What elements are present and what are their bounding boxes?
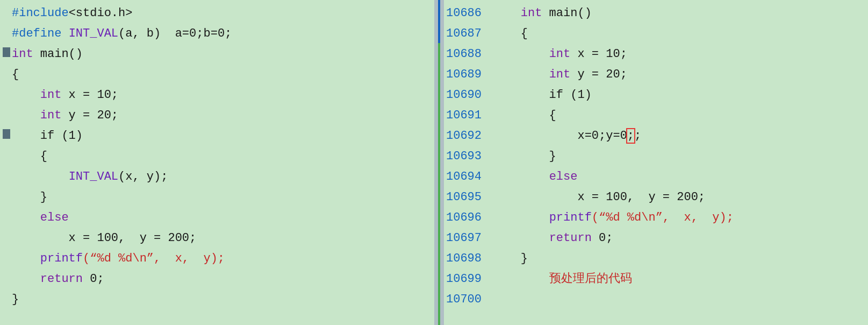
divider-blue-line xyxy=(438,0,440,43)
code-content: { xyxy=(12,66,434,84)
code-content: } xyxy=(12,291,434,309)
code-token: x=0;y=0 xyxy=(492,129,627,143)
code-token: int xyxy=(549,68,571,81)
code-token: x = 10; xyxy=(61,88,118,102)
code-content: printf(“%d %d\n”, x, y); xyxy=(492,209,868,227)
left-code-line: { xyxy=(0,147,434,168)
left-code-line: printf(“%d %d\n”, x, y); xyxy=(0,250,434,270)
code-token: } xyxy=(492,150,556,163)
code-token: if (1) xyxy=(12,129,83,143)
left-code-line: int y = 20; xyxy=(0,107,434,127)
line-number: 10688 xyxy=(444,45,492,63)
code-content: #include<stdio.h> xyxy=(12,4,434,23)
code-token: int xyxy=(40,88,62,102)
code-token: INT_VAL xyxy=(69,27,118,40)
left-code-line: return 0; xyxy=(0,270,434,291)
code-token: ; xyxy=(634,129,641,143)
left-code-line: else xyxy=(0,209,434,229)
left-code-panel: #include<stdio.h>#define INT_VAL(a, b) a… xyxy=(0,0,434,325)
code-token: #define xyxy=(12,27,69,40)
right-code-line: 10692 x=0;y=0;; xyxy=(444,127,868,147)
line-number: 10696 xyxy=(444,209,492,227)
code-content: INT_VAL(x, y); xyxy=(12,168,434,186)
code-content: #define INT_VAL(a, b) a=0;b=0; xyxy=(12,25,434,43)
right-code-line: 10694 else xyxy=(444,168,868,188)
code-content: { xyxy=(492,25,868,43)
left-code-line: } xyxy=(0,188,434,209)
code-token: int xyxy=(12,47,33,61)
code-token: int xyxy=(549,47,571,61)
left-code-line: INT_VAL(x, y); xyxy=(0,168,434,188)
code-token: return xyxy=(549,231,592,245)
code-content: if (1) xyxy=(12,127,434,145)
code-token: } xyxy=(492,252,528,265)
code-content: 预处理后的代码 xyxy=(492,270,868,288)
left-line-marker xyxy=(1,129,12,139)
code-content: if (1) xyxy=(492,86,868,104)
line-number: 10700 xyxy=(444,291,492,309)
line-number: 10698 xyxy=(444,250,492,268)
left-code-line: int main() xyxy=(0,45,434,66)
code-content: } xyxy=(492,147,868,166)
code-content: x = 100, y = 200; xyxy=(492,188,868,207)
code-content: else xyxy=(492,168,868,186)
panel-divider xyxy=(434,0,444,325)
code-token xyxy=(492,6,521,20)
right-code-line: 10698 } xyxy=(444,250,868,270)
code-token: x = 100, y = 200; xyxy=(492,190,705,204)
code-token: y = 20; xyxy=(570,68,627,81)
right-code-panel: 10686 int main()10687 {10688 int x = 10;… xyxy=(444,0,868,325)
code-token xyxy=(492,47,549,61)
line-number: 10687 xyxy=(444,25,492,43)
line-number: 10690 xyxy=(444,86,492,104)
code-token xyxy=(12,211,40,224)
left-code-line: { xyxy=(0,66,434,86)
code-token: INT_VAL xyxy=(69,170,118,183)
code-token: int xyxy=(40,109,62,122)
left-code-line: } xyxy=(0,291,434,311)
code-token xyxy=(12,252,40,265)
code-token: y = 20; xyxy=(61,109,118,122)
code-content: int x = 10; xyxy=(492,45,868,63)
code-token: 0; xyxy=(592,231,613,245)
cursor-position: ; xyxy=(627,129,634,143)
code-token xyxy=(12,170,69,183)
line-number: 10697 xyxy=(444,229,492,248)
breakpoint-indicator xyxy=(3,47,10,57)
code-token: return xyxy=(40,272,83,286)
code-token: if (1) xyxy=(492,88,592,102)
code-token: printf xyxy=(40,252,83,265)
code-token xyxy=(492,211,549,224)
code-token: printf xyxy=(549,211,592,224)
code-token xyxy=(12,88,40,102)
code-token: } xyxy=(12,293,19,306)
code-token: #include xyxy=(12,6,69,20)
code-token xyxy=(12,109,40,122)
code-token xyxy=(492,170,549,183)
right-code-line: 10700 xyxy=(444,291,868,311)
code-token: main() xyxy=(33,47,83,61)
left-code-line: #define INT_VAL(a, b) a=0;b=0; xyxy=(0,25,434,45)
code-content: int main() xyxy=(12,45,434,63)
right-code-line: 10697 return 0; xyxy=(444,229,868,250)
left-code-line: int x = 10; xyxy=(0,86,434,107)
code-token: (“%d %d\n”, x, y); xyxy=(592,211,734,224)
right-code-line: 10687 { xyxy=(444,25,868,45)
code-token xyxy=(492,68,549,81)
line-number: 10699 xyxy=(444,270,492,288)
code-token: 预处理后的代码 xyxy=(549,272,632,286)
right-code-line: 10696 printf(“%d %d\n”, x, y); xyxy=(444,209,868,229)
code-content: { xyxy=(12,147,434,166)
code-content: } xyxy=(12,188,434,207)
line-number: 10691 xyxy=(444,107,492,125)
code-token: { xyxy=(12,150,47,163)
right-code-line: 10695 x = 100, y = 200; xyxy=(444,188,868,209)
left-code-line: #include<stdio.h> xyxy=(0,4,434,25)
line-number: 10686 xyxy=(444,4,492,23)
code-token: { xyxy=(492,109,556,122)
code-content: { xyxy=(492,107,868,125)
code-content: return 0; xyxy=(492,229,868,248)
right-code-line: 10699 预处理后的代码 xyxy=(444,270,868,291)
divider-green-line xyxy=(438,43,440,325)
left-code-line: x = 100, y = 200; xyxy=(0,229,434,250)
